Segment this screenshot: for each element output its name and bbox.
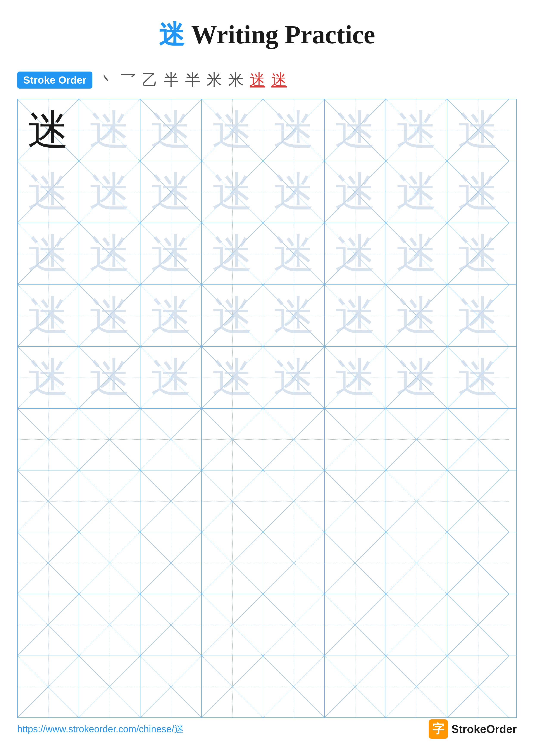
grid-cell-5-3[interactable]: 迷 [140, 347, 202, 408]
grid-cell-3-7[interactable]: 迷 [386, 223, 447, 284]
grid-cell-8-4[interactable] [202, 532, 263, 594]
grid-cell-4-2[interactable]: 迷 [79, 285, 140, 346]
cell-guide-lines [18, 532, 79, 594]
footer-url[interactable]: https://www.strokeorder.com/chinese/迷 [17, 723, 184, 736]
grid-cell-10-5[interactable] [263, 656, 325, 717]
grid-cell-8-6[interactable] [325, 532, 386, 594]
grid-cell-3-4[interactable]: 迷 [202, 223, 263, 284]
grid-cell-8-1[interactable] [18, 532, 79, 594]
grid-cell-1-1[interactable]: 迷 [18, 99, 79, 161]
grid-cell-8-8[interactable] [447, 532, 509, 594]
grid-cell-3-6[interactable]: 迷 [325, 223, 386, 284]
grid-cell-6-3[interactable] [140, 409, 202, 470]
grid-cell-2-5[interactable]: 迷 [263, 161, 325, 223]
grid-cell-6-2[interactable] [79, 409, 140, 470]
grid-cell-2-4[interactable]: 迷 [202, 161, 263, 223]
grid-cell-2-6[interactable]: 迷 [325, 161, 386, 223]
practice-char-light: 迷 [396, 172, 437, 212]
grid-row-10 [18, 656, 516, 717]
grid-cell-4-5[interactable]: 迷 [263, 285, 325, 346]
grid-cell-9-8[interactable] [447, 594, 509, 656]
grid-cell-10-3[interactable] [140, 656, 202, 717]
grid-cell-7-2[interactable] [79, 471, 140, 532]
grid-cell-2-3[interactable]: 迷 [140, 161, 202, 223]
grid-cell-8-3[interactable] [140, 532, 202, 594]
grid-cell-5-4[interactable]: 迷 [202, 347, 263, 408]
grid-cell-1-2[interactable]: 迷 [79, 99, 140, 161]
grid-cell-5-1[interactable]: 迷 [18, 347, 79, 408]
grid-cell-3-5[interactable]: 迷 [263, 223, 325, 284]
grid-cell-5-5[interactable]: 迷 [263, 347, 325, 408]
cell-guide-lines [79, 656, 140, 717]
grid-cell-7-3[interactable] [140, 471, 202, 532]
grid-cell-5-8[interactable]: 迷 [447, 347, 509, 408]
grid-cell-10-7[interactable] [386, 656, 447, 717]
grid-cell-7-8[interactable] [447, 471, 509, 532]
grid-cell-9-3[interactable] [140, 594, 202, 656]
grid-cell-9-4[interactable] [202, 594, 263, 656]
grid-cell-2-8[interactable]: 迷 [447, 161, 509, 223]
grid-cell-10-8[interactable] [447, 656, 509, 717]
grid-cell-9-2[interactable] [79, 594, 140, 656]
grid-cell-1-4[interactable]: 迷 [202, 99, 263, 161]
practice-char-light: 迷 [273, 110, 314, 150]
practice-char-light: 迷 [89, 233, 130, 274]
practice-char-light: 迷 [396, 295, 437, 336]
grid-cell-6-8[interactable] [447, 409, 509, 470]
grid-cell-4-1[interactable]: 迷 [18, 285, 79, 346]
grid-cell-9-1[interactable] [18, 594, 79, 656]
grid-cell-4-6[interactable]: 迷 [325, 285, 386, 346]
cell-guide-lines [79, 471, 140, 532]
grid-cell-7-1[interactable] [18, 471, 79, 532]
grid-cell-3-2[interactable]: 迷 [79, 223, 140, 284]
grid-cell-1-7[interactable]: 迷 [386, 99, 447, 161]
grid-cell-2-2[interactable]: 迷 [79, 161, 140, 223]
grid-cell-6-1[interactable] [18, 409, 79, 470]
grid-cell-4-4[interactable]: 迷 [202, 285, 263, 346]
grid-cell-1-6[interactable]: 迷 [325, 99, 386, 161]
grid-row-6 [18, 409, 516, 471]
grid-cell-10-4[interactable] [202, 656, 263, 717]
grid-cell-10-1[interactable] [18, 656, 79, 717]
cell-guide-lines [263, 409, 324, 470]
grid-cell-1-5[interactable]: 迷 [263, 99, 325, 161]
grid-cell-8-5[interactable] [263, 532, 325, 594]
cell-guide-lines [447, 409, 509, 470]
grid-cell-7-6[interactable] [325, 471, 386, 532]
grid-cell-10-6[interactable] [325, 656, 386, 717]
grid-cell-10-2[interactable] [79, 656, 140, 717]
grid-cell-4-8[interactable]: 迷 [447, 285, 509, 346]
grid-cell-7-5[interactable] [263, 471, 325, 532]
grid-cell-6-6[interactable] [325, 409, 386, 470]
practice-char-light: 迷 [458, 295, 499, 336]
grid-cell-5-7[interactable]: 迷 [386, 347, 447, 408]
grid-cell-7-7[interactable] [386, 471, 447, 532]
grid-cell-2-7[interactable]: 迷 [386, 161, 447, 223]
grid-cell-4-7[interactable]: 迷 [386, 285, 447, 346]
cell-guide-lines [18, 656, 79, 717]
grid-cell-1-3[interactable]: 迷 [140, 99, 202, 161]
grid-cell-3-8[interactable]: 迷 [447, 223, 509, 284]
grid-cell-1-8[interactable]: 迷 [447, 99, 509, 161]
grid-cell-3-3[interactable]: 迷 [140, 223, 202, 284]
cell-guide-lines [325, 532, 386, 594]
grid-cell-8-7[interactable] [386, 532, 447, 594]
grid-cell-9-5[interactable] [263, 594, 325, 656]
grid-cell-6-7[interactable] [386, 409, 447, 470]
practice-char-light: 迷 [212, 357, 253, 398]
grid-cell-2-1[interactable]: 迷 [18, 161, 79, 223]
grid-cell-9-7[interactable] [386, 594, 447, 656]
grid-cell-4-3[interactable]: 迷 [140, 285, 202, 346]
cell-guide-lines [263, 471, 324, 532]
grid-cell-7-4[interactable] [202, 471, 263, 532]
grid-cell-6-4[interactable] [202, 409, 263, 470]
grid-cell-8-2[interactable] [79, 532, 140, 594]
grid-cell-9-6[interactable] [325, 594, 386, 656]
grid-cell-5-6[interactable]: 迷 [325, 347, 386, 408]
grid-row-5: 迷 迷 迷 迷 迷 迷 迷 迷 [18, 347, 516, 409]
grid-cell-5-2[interactable]: 迷 [79, 347, 140, 408]
grid-cell-3-1[interactable]: 迷 [18, 223, 79, 284]
grid-cell-6-5[interactable] [263, 409, 325, 470]
practice-char-light: 迷 [151, 295, 191, 336]
grid-row-3: 迷 迷 迷 迷 迷 迷 迷 迷 [18, 223, 516, 285]
